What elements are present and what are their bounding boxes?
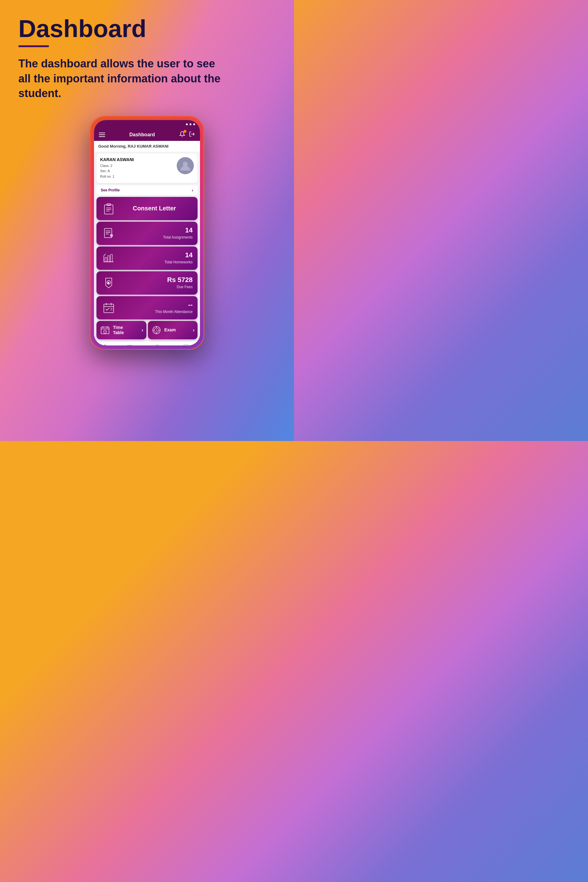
assignments-text-area: 14 Total Assignments [116,226,193,240]
consent-letter-card[interactable]: Consent Letter [96,197,198,220]
attendance-nav-svg [126,344,133,345]
assignments-icon [103,227,115,240]
consent-letter-text: Consent Letter [116,205,193,212]
notification-badge: 0 [183,130,186,133]
nav-bar: Dashboard 0 [94,129,200,141]
greeting-bar: Good Morning, RAJ KUMAR ASWANI [94,141,200,152]
fees-icon: $ [103,277,115,289]
student-class: Class: 2 [100,163,134,169]
status-bar [94,120,200,129]
attendance-value: -- [116,301,193,308]
timetable-icon [100,326,110,335]
menu-icon[interactable] [99,133,105,137]
svg-rect-26 [101,327,109,334]
assignments-icon-area [101,226,116,241]
see-profile-bar[interactable]: See Profile › [96,185,198,195]
attendance-icon [103,302,115,314]
svg-rect-3 [107,204,111,206]
attendance-text-area: -- This Month Attendance [116,301,193,314]
timetable-chevron: › [141,327,143,333]
assignments-label: Total Assignments [163,235,193,240]
menu-line-3 [99,136,105,137]
notice-icon [154,344,160,345]
timetable-label: TimeTable [113,325,124,335]
report-icon [183,344,189,345]
logout-icon [189,131,195,137]
profile-card: KARAN ASWANI Class: 2 Sec: A Roll no: 1 [96,153,198,183]
home-nav-icon [101,344,109,345]
page-title: Dashboard [18,15,276,42]
page-content: Dashboard The dashboard allows the user … [0,0,294,358]
svg-rect-16 [108,256,110,262]
timetable-content: TimeTable [99,325,124,336]
homeworks-icon [103,252,115,264]
svg-rect-15 [105,258,107,262]
page-description: The dashboard allows the user to see all… [18,56,226,101]
report-nav-icon [182,344,190,345]
svg-line-40 [156,330,158,331]
signal-dot [186,123,188,125]
nav-title: Dashboard [129,132,155,138]
avatar-icon [179,159,191,172]
exam-icon [152,326,161,335]
see-profile-text: See Profile [101,188,120,192]
title-underline [18,45,49,47]
screen-content: Good Morning, RAJ KUMAR ASWANI KARAN ASW… [94,141,200,345]
bottom-nav-home[interactable]: Home [101,344,109,345]
assignments-value: 14 [116,226,193,234]
svg-rect-46 [184,345,188,345]
profile-info: KARAN ASWANI Class: 2 Sec: A Roll no: 1 [100,157,134,180]
attendance-card[interactable]: -- This Month Attendance [96,296,198,320]
fees-icon-area: $ [101,276,116,290]
signal-dot-3 [193,123,195,125]
home-icon [102,344,108,345]
attendance-nav-icon [126,344,133,345]
profile-avatar [177,157,194,174]
homeworks-label: Total Homeworks [165,260,193,264]
attendance-icon-area [101,300,116,315]
bell-button[interactable]: 0 [179,131,185,138]
exam-card[interactable]: Exam › [148,321,198,339]
exam-chevron: › [193,327,195,333]
bottom-nav-attendance[interactable]: Attendance [123,344,136,345]
exam-icon-area [151,325,162,336]
notice-nav-icon [154,344,161,345]
bottom-nav-notice[interactable]: Notice Board [150,344,165,345]
student-section: Sec: A [100,168,134,174]
exam-content: Exam [151,325,176,336]
status-icons [186,123,195,125]
see-profile-chevron: › [192,188,193,193]
phone-screen: Dashboard 0 [94,120,200,345]
fees-label: Due Fees [177,285,193,289]
svg-text:$: $ [108,282,110,284]
homeworks-value: 14 [116,251,193,259]
exam-label: Exam [165,327,176,333]
menu-line-1 [99,133,105,133]
bottom-nav-report[interactable]: Report Card [179,344,193,345]
svg-rect-17 [111,255,112,262]
timetable-card[interactable]: TimeTable › [96,321,146,339]
clipboard-icon [103,202,115,214]
bottom-cards-row: TimeTable › [96,321,198,339]
assignments-card[interactable]: 14 Total Assignments [96,222,198,245]
consent-letter-icon-area [101,201,116,216]
homeworks-icon-area [101,251,116,266]
timetable-icon-area [99,325,111,336]
student-name: KARAN ASWANI [100,157,134,162]
phone-frame: Dashboard 0 [90,116,204,349]
fees-card[interactable]: $ Rs 5728 Due Fees [96,272,198,295]
fees-text-area: Rs 5728 Due Fees [116,276,193,289]
phone-container: Dashboard 0 [18,116,276,349]
bottom-nav: Home Attendance [94,341,200,345]
nav-icons: 0 [179,131,195,138]
signal-dot-2 [190,123,191,125]
homeworks-card[interactable]: 14 Total Homeworks [96,246,198,270]
fees-value: Rs 5728 [116,276,193,284]
student-roll: Roll no: 1 [100,174,134,180]
attendance-label: This Month Attendance [155,310,193,314]
logout-button[interactable] [189,131,195,138]
homeworks-text-area: 14 Total Homeworks [116,251,193,264]
menu-line-2 [99,135,105,135]
greeting-text: Good Morning, RAJ KUMAR ASWANI [98,144,168,148]
